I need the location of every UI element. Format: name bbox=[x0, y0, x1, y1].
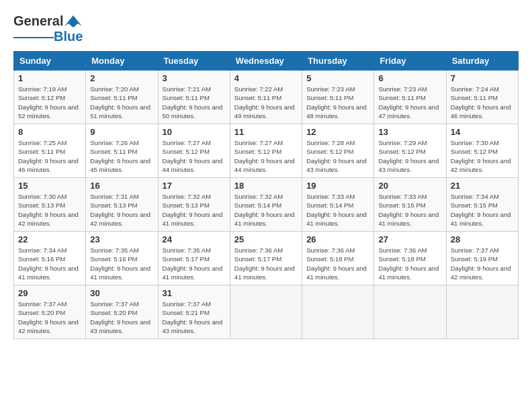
day-info: Sunrise: 7:34 AM Sunset: 5:15 PM Dayligh… bbox=[451, 192, 514, 228]
day-number: 26 bbox=[306, 234, 369, 244]
calendar-cell: 13 Sunrise: 7:29 AM Sunset: 5:12 PM Dayl… bbox=[374, 124, 446, 178]
calendar-week-3: 15 Sunrise: 7:30 AM Sunset: 5:13 PM Dayl… bbox=[14, 178, 519, 232]
calendar-cell: 10 Sunrise: 7:27 AM Sunset: 5:12 PM Dayl… bbox=[158, 124, 230, 178]
day-info: Sunrise: 7:36 AM Sunset: 5:18 PM Dayligh… bbox=[306, 246, 369, 281]
day-number: 14 bbox=[451, 127, 514, 137]
day-number: 11 bbox=[234, 127, 298, 137]
day-info: Sunrise: 7:33 AM Sunset: 5:15 PM Dayligh… bbox=[378, 192, 441, 228]
svg-marker-0 bbox=[64, 15, 82, 28]
day-number: 19 bbox=[306, 181, 369, 191]
day-number: 31 bbox=[163, 288, 226, 298]
day-number: 25 bbox=[234, 234, 298, 244]
day-number: 20 bbox=[378, 181, 441, 191]
day-info: Sunrise: 7:26 AM Sunset: 5:11 PM Dayligh… bbox=[90, 138, 153, 174]
calendar-header-wednesday: Wednesday bbox=[230, 52, 302, 71]
day-info: Sunrise: 7:30 AM Sunset: 5:13 PM Dayligh… bbox=[18, 192, 81, 228]
calendar-cell: 24 Sunrise: 7:35 AM Sunset: 5:17 PM Dayl… bbox=[158, 232, 230, 285]
calendar-cell: 6 Sunrise: 7:23 AM Sunset: 5:11 PM Dayli… bbox=[374, 71, 446, 124]
day-info: Sunrise: 7:20 AM Sunset: 5:11 PM Dayligh… bbox=[90, 85, 153, 120]
day-info: Sunrise: 7:32 AM Sunset: 5:13 PM Dayligh… bbox=[163, 192, 226, 228]
calendar-cell bbox=[374, 285, 446, 339]
day-number: 3 bbox=[163, 73, 226, 83]
page-container: General Blue SundayMondayTuesdayWednesda… bbox=[13, 13, 519, 339]
calendar-cell: 29 Sunrise: 7:37 AM Sunset: 5:20 PM Dayl… bbox=[14, 285, 86, 339]
calendar-cell: 30 Sunrise: 7:37 AM Sunset: 5:20 PM Dayl… bbox=[86, 285, 158, 339]
day-number: 18 bbox=[234, 181, 298, 191]
calendar-cell: 25 Sunrise: 7:36 AM Sunset: 5:17 PM Dayl… bbox=[230, 232, 302, 285]
calendar-cell: 2 Sunrise: 7:20 AM Sunset: 5:11 PM Dayli… bbox=[86, 71, 158, 124]
day-number: 7 bbox=[451, 73, 514, 83]
calendar-cell: 12 Sunrise: 7:28 AM Sunset: 5:12 PM Dayl… bbox=[302, 124, 374, 178]
calendar-cell: 8 Sunrise: 7:25 AM Sunset: 5:11 PM Dayli… bbox=[14, 124, 86, 178]
calendar-header-monday: Monday bbox=[86, 52, 158, 71]
day-info: Sunrise: 7:37 AM Sunset: 5:19 PM Dayligh… bbox=[451, 246, 514, 281]
day-info: Sunrise: 7:29 AM Sunset: 5:12 PM Dayligh… bbox=[378, 138, 441, 174]
day-info: Sunrise: 7:37 AM Sunset: 5:20 PM Dayligh… bbox=[90, 300, 153, 335]
calendar-week-4: 22 Sunrise: 7:34 AM Sunset: 5:16 PM Dayl… bbox=[14, 232, 519, 285]
calendar-cell: 26 Sunrise: 7:36 AM Sunset: 5:18 PM Dayl… bbox=[302, 232, 374, 285]
day-info: Sunrise: 7:19 AM Sunset: 5:12 PM Dayligh… bbox=[18, 85, 81, 120]
day-number: 28 bbox=[451, 234, 514, 244]
day-number: 8 bbox=[18, 127, 81, 137]
day-number: 6 bbox=[378, 73, 441, 83]
calendar-week-2: 8 Sunrise: 7:25 AM Sunset: 5:11 PM Dayli… bbox=[14, 124, 519, 178]
day-number: 16 bbox=[90, 181, 153, 191]
day-number: 2 bbox=[90, 73, 153, 83]
day-number: 9 bbox=[90, 127, 153, 137]
day-number: 23 bbox=[90, 234, 153, 244]
day-info: Sunrise: 7:23 AM Sunset: 5:11 PM Dayligh… bbox=[378, 85, 441, 120]
calendar-cell: 20 Sunrise: 7:33 AM Sunset: 5:15 PM Dayl… bbox=[374, 178, 446, 232]
day-number: 5 bbox=[306, 73, 369, 83]
calendar-cell bbox=[230, 285, 302, 339]
day-info: Sunrise: 7:37 AM Sunset: 5:20 PM Dayligh… bbox=[18, 300, 81, 335]
day-info: Sunrise: 7:35 AM Sunset: 5:16 PM Dayligh… bbox=[90, 246, 153, 281]
calendar-header-saturday: Saturday bbox=[446, 52, 518, 71]
day-info: Sunrise: 7:35 AM Sunset: 5:17 PM Dayligh… bbox=[163, 246, 226, 281]
day-number: 22 bbox=[18, 234, 81, 244]
header: General Blue bbox=[13, 13, 519, 44]
calendar-cell: 3 Sunrise: 7:21 AM Sunset: 5:11 PM Dayli… bbox=[158, 71, 230, 124]
day-number: 1 bbox=[18, 73, 81, 83]
calendar-cell: 9 Sunrise: 7:26 AM Sunset: 5:11 PM Dayli… bbox=[86, 124, 158, 178]
calendar-week-1: 1 Sunrise: 7:19 AM Sunset: 5:12 PM Dayli… bbox=[14, 71, 519, 124]
calendar-cell: 27 Sunrise: 7:36 AM Sunset: 5:18 PM Dayl… bbox=[374, 232, 446, 285]
day-info: Sunrise: 7:27 AM Sunset: 5:12 PM Dayligh… bbox=[234, 138, 298, 174]
day-info: Sunrise: 7:34 AM Sunset: 5:16 PM Dayligh… bbox=[18, 246, 81, 281]
day-info: Sunrise: 7:36 AM Sunset: 5:18 PM Dayligh… bbox=[378, 246, 441, 281]
day-number: 30 bbox=[90, 288, 153, 298]
calendar-cell: 5 Sunrise: 7:23 AM Sunset: 5:11 PM Dayli… bbox=[302, 71, 374, 124]
calendar-cell: 19 Sunrise: 7:33 AM Sunset: 5:14 PM Dayl… bbox=[302, 178, 374, 232]
day-info: Sunrise: 7:23 AM Sunset: 5:11 PM Dayligh… bbox=[306, 85, 369, 120]
day-info: Sunrise: 7:36 AM Sunset: 5:17 PM Dayligh… bbox=[234, 246, 298, 281]
day-info: Sunrise: 7:27 AM Sunset: 5:12 PM Dayligh… bbox=[163, 138, 226, 174]
day-number: 17 bbox=[163, 181, 226, 191]
calendar-header-tuesday: Tuesday bbox=[158, 52, 230, 71]
day-info: Sunrise: 7:30 AM Sunset: 5:12 PM Dayligh… bbox=[451, 138, 514, 174]
day-info: Sunrise: 7:31 AM Sunset: 5:13 PM Dayligh… bbox=[90, 192, 153, 228]
calendar-cell: 28 Sunrise: 7:37 AM Sunset: 5:19 PM Dayl… bbox=[446, 232, 518, 285]
calendar-cell: 31 Sunrise: 7:37 AM Sunset: 5:21 PM Dayl… bbox=[158, 285, 230, 339]
logo-blue-text: Blue bbox=[54, 29, 83, 44]
day-info: Sunrise: 7:33 AM Sunset: 5:14 PM Dayligh… bbox=[306, 192, 369, 228]
day-number: 27 bbox=[378, 234, 441, 244]
logo: General Blue bbox=[13, 13, 83, 44]
calendar-header-row: SundayMondayTuesdayWednesdayThursdayFrid… bbox=[14, 52, 519, 71]
calendar-cell bbox=[302, 285, 374, 339]
calendar-cell: 16 Sunrise: 7:31 AM Sunset: 5:13 PM Dayl… bbox=[86, 178, 158, 232]
calendar-cell: 7 Sunrise: 7:24 AM Sunset: 5:11 PM Dayli… bbox=[446, 71, 518, 124]
day-number: 13 bbox=[378, 127, 441, 137]
calendar-cell: 4 Sunrise: 7:22 AM Sunset: 5:11 PM Dayli… bbox=[230, 71, 302, 124]
calendar-header-thursday: Thursday bbox=[302, 52, 374, 71]
day-number: 24 bbox=[163, 234, 226, 244]
calendar-cell: 1 Sunrise: 7:19 AM Sunset: 5:12 PM Dayli… bbox=[14, 71, 86, 124]
calendar-cell: 22 Sunrise: 7:34 AM Sunset: 5:16 PM Dayl… bbox=[14, 232, 86, 285]
day-number: 29 bbox=[18, 288, 81, 298]
calendar-cell: 21 Sunrise: 7:34 AM Sunset: 5:15 PM Dayl… bbox=[446, 178, 518, 232]
day-info: Sunrise: 7:28 AM Sunset: 5:12 PM Dayligh… bbox=[306, 138, 369, 174]
calendar-cell: 11 Sunrise: 7:27 AM Sunset: 5:12 PM Dayl… bbox=[230, 124, 302, 178]
day-info: Sunrise: 7:37 AM Sunset: 5:21 PM Dayligh… bbox=[163, 300, 226, 335]
calendar-cell bbox=[446, 285, 518, 339]
calendar-table: SundayMondayTuesdayWednesdayThursdayFrid… bbox=[13, 51, 519, 339]
day-info: Sunrise: 7:32 AM Sunset: 5:14 PM Dayligh… bbox=[234, 192, 298, 228]
calendar-cell: 14 Sunrise: 7:30 AM Sunset: 5:12 PM Dayl… bbox=[446, 124, 518, 178]
